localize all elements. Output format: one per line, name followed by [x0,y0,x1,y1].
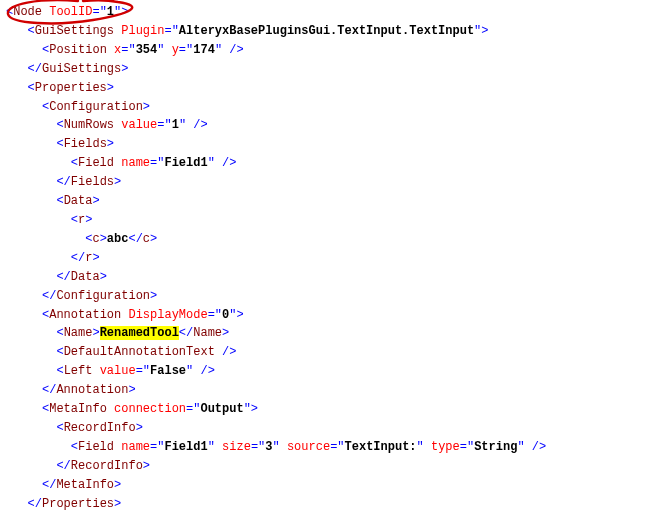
xml-line: </r> [6,249,650,268]
xml-line: <RecordInfo> [6,419,650,438]
xml-line: <NumRows value="1" /> [6,116,650,135]
xml-line: <Position x="354" y="174" /> [6,41,650,60]
highlighted-text: RenamedTool [100,326,179,340]
xml-line: <r> [6,211,650,230]
tag-node: Node [13,5,42,19]
xml-line: <Left value="False" /> [6,362,650,381]
xml-line: </MetaInfo> [6,476,650,495]
xml-line: <Configuration> [6,98,650,117]
xml-line: <Node ToolID="1"> [6,3,650,22]
xml-line: <Fields> [6,135,650,154]
xml-line: <Field name="Field1" size="3" source="Te… [6,438,650,457]
xml-line: <Data> [6,192,650,211]
xml-line: <c>abc</c> [6,230,650,249]
xml-line: </RecordInfo> [6,457,650,476]
xml-line: </Properties> [6,495,650,512]
xml-line: <Name>RenamedTool</Name> [6,324,650,343]
xml-line: <DefaultAnnotationText /> [6,343,650,362]
xml-line: <Field name="Field1" /> [6,154,650,173]
xml-line: <GuiSettings Plugin="AlteryxBasePluginsG… [6,22,650,41]
xml-line: </Configuration> [6,287,650,306]
xml-line: </GuiSettings> [6,60,650,79]
xml-line: <MetaInfo connection="Output"> [6,400,650,419]
xml-line: </Fields> [6,173,650,192]
xml-line: <Properties> [6,79,650,98]
xml-line: </Annotation> [6,381,650,400]
xml-code-block: <Node ToolID="1"> <GuiSettings Plugin="A… [0,0,650,512]
xml-line: </Data> [6,268,650,287]
xml-line: <Annotation DisplayMode="0"> [6,306,650,325]
